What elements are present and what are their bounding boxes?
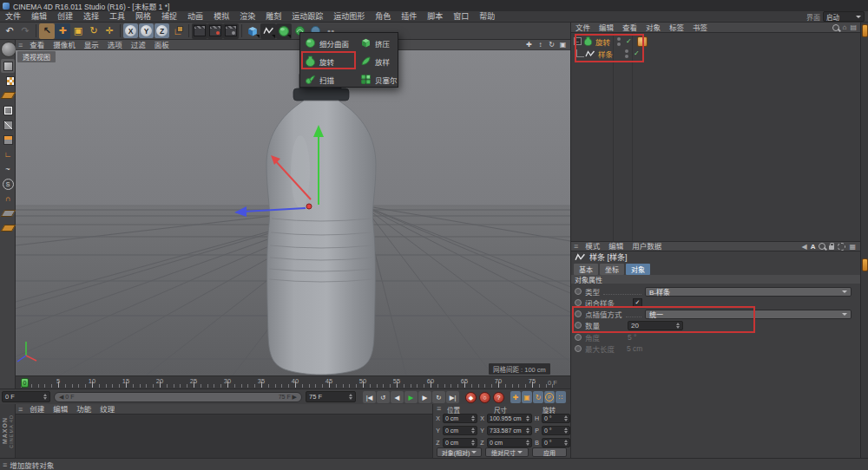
interface-dropdown[interactable]: 启动 [823,11,865,22]
menu-item-subdivision-surface[interactable]: 细分曲面 [301,34,357,52]
viewport-menu-panel[interactable]: 面板 [150,40,174,50]
panel-menu-icon[interactable]: ≡ [434,404,444,413]
tab-basic[interactable]: 基本 [574,264,598,275]
lock-y-axis-button[interactable]: Y [139,23,154,38]
timeline-playhead[interactable]: 0 [21,378,29,388]
enabled-check-icon[interactable]: ✓ [626,37,632,45]
play-button[interactable]: ▶ [404,391,418,403]
autokey-button[interactable]: ○ [479,392,490,403]
workplane-align-button[interactable] [1,221,15,235]
rotation-b-input[interactable]: 0 ° [542,438,570,447]
expand-toggle-icon[interactable]: − [574,37,582,45]
menu-plugins[interactable]: 插件 [396,11,422,23]
position-mode-dropdown[interactable]: 对象(相对) [437,447,482,457]
om-menu-view[interactable]: 查看 [618,23,641,33]
rotation-h-input[interactable]: 0 ° [542,414,570,423]
gear-icon[interactable] [838,243,845,251]
key-circle-icon[interactable] [575,288,582,295]
tweak-mode-button[interactable]: ~ [1,162,15,176]
points-mode-button[interactable] [1,103,15,117]
object-properties-section[interactable]: 对象属性 [571,275,860,284]
om-menu-tags[interactable]: 标签 [665,23,688,33]
viewport-menu-options[interactable]: 选项 [103,40,127,50]
position-y-input[interactable]: 0 cm [443,426,477,435]
am-menu-mode[interactable]: 模式 [581,241,604,251]
om-menu-bookmarks[interactable]: 书签 [688,23,712,33]
auto-mode-icon[interactable]: A [811,243,816,251]
docked-panel-icon[interactable] [862,24,868,37]
object-manager-tree[interactable]: − 旋转 ✓ 样条 ✓ [571,33,860,241]
current-frame-input[interactable]: 0 F [2,391,50,402]
pan-view-icon[interactable]: ✚ [523,40,535,49]
workplane-lock-button[interactable] [1,206,15,220]
record-keyframe-button[interactable]: ◆ [465,392,477,403]
model-mode-button[interactable] [1,59,15,73]
menu-item-bezier[interactable]: 贝塞尔 [357,70,398,88]
workplane-mode-button[interactable] [1,88,15,102]
zoom-view-icon[interactable]: ↕ [535,40,546,49]
menu-simulate[interactable]: 模拟 [208,11,234,23]
key-circle-icon[interactable] [575,299,582,306]
history-back-icon[interactable]: ◀ [802,243,807,251]
size-z-input[interactable]: 0 cm [487,438,532,447]
polygons-mode-button[interactable] [1,133,15,147]
key-position-toggle[interactable]: ✚ [510,391,521,403]
goto-end-button[interactable]: ▶| [446,391,459,403]
generators-button[interactable] [276,23,292,39]
menu-character[interactable]: 角色 [370,11,396,23]
lock-icon[interactable] [829,245,834,250]
play-backwards-button[interactable]: ↺ [377,391,390,403]
texture-mode-button[interactable] [1,74,15,88]
viewport-menu-view[interactable]: 查看 [25,40,49,50]
menu-mesh[interactable]: 网格 [130,11,156,23]
render-view-button[interactable] [192,23,207,39]
viewport-tab-perspective[interactable]: 透视视图 [17,51,56,62]
menu-sculpt[interactable]: 雕刻 [260,11,286,23]
menu-item-lathe[interactable]: 旋转 [301,52,357,70]
live-selection-button[interactable]: ↖ [39,23,55,39]
menu-file[interactable]: 文件 [0,11,26,23]
docked-panel-icon[interactable] [862,258,868,271]
axis-mode-button[interactable]: ∟ [1,147,15,161]
menu-edit[interactable]: 编辑 [26,11,52,23]
key-pla-toggle[interactable]: ∷ [556,391,566,403]
rotate-view-icon[interactable]: ↻ [546,40,557,49]
menu-help[interactable]: 帮助 [474,11,500,23]
keyframe-selection-button[interactable]: ? [493,392,504,403]
search-icon[interactable] [832,24,839,31]
rotate-tool-button[interactable]: ↻ [86,23,102,39]
size-mode-dropdown[interactable]: 绝对尺寸 [485,447,529,457]
key-scale-toggle[interactable]: ▣ [522,391,532,403]
om-menu-file[interactable]: 文件 [571,23,595,33]
am-menu-userdata[interactable]: 用户数据 [628,241,666,251]
material-menu-edit[interactable]: 编辑 [49,404,72,415]
apply-button[interactable]: 应用 [532,447,567,457]
position-z-input[interactable]: 0 cm [443,438,477,447]
menu-item-loft[interactable]: 放样 [357,52,398,70]
render-picture-viewer-button[interactable] [207,23,223,39]
viewport-menu-filter[interactable]: 过滤 [127,40,150,50]
panel-menu-icon[interactable]: ≡ [571,242,581,251]
om-menu-edit[interactable]: 编辑 [595,23,618,33]
panel-menu-icon[interactable]: ≡ [16,405,25,414]
key-rotation-toggle[interactable]: ↻ [533,391,543,403]
lock-x-axis-button[interactable]: X [123,23,138,38]
last-tool-button[interactable]: ✛ [102,23,117,39]
menu-snap[interactable]: 捕捉 [156,11,182,23]
panel-layout-icon[interactable]: ▤ [850,23,857,31]
object-row-spline[interactable]: 样条 ✓ [571,48,860,59]
menu-item-extrude[interactable]: 挤压 [357,34,398,52]
enabled-check-icon[interactable]: ✓ [634,49,640,57]
interpolation-dropdown[interactable]: 统一 [645,310,852,319]
om-menu-objects[interactable]: 对象 [641,23,665,33]
menu-window[interactable]: 窗口 [448,11,474,23]
rotation-p-input[interactable]: 0 ° [542,426,570,435]
count-input[interactable]: 20 [628,321,683,330]
am-menu-edit[interactable]: 编辑 [604,241,628,251]
menu-create[interactable]: 创建 [52,11,78,23]
previous-frame-button[interactable]: ◀ [391,391,404,403]
snap-toggle-button[interactable]: S [1,177,15,191]
size-x-input[interactable]: 100.955 cm [487,414,532,423]
phong-tag-icon[interactable] [637,36,648,47]
key-circle-icon[interactable] [575,322,582,329]
